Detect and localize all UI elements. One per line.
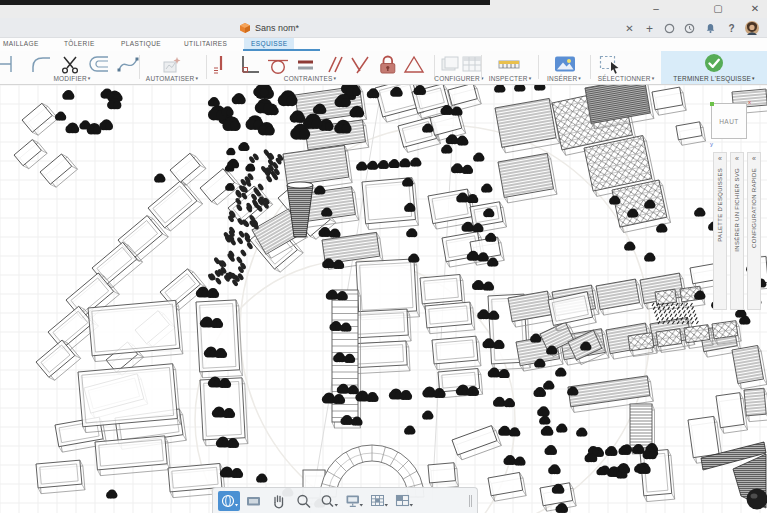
tangent-icon[interactable] [266,54,290,74]
inspecter-menu[interactable]: INSPECTER▾ [489,75,532,82]
background-window-strip [0,0,490,5]
divider [481,55,482,79]
insert-image-icon[interactable] [553,54,577,74]
fit-button[interactable] [318,491,340,511]
divider [206,55,207,79]
offset-icon[interactable] [88,54,112,74]
parallel-icon[interactable] [322,54,346,74]
finish-sketch-label: TERMINER L'ESQUISSE▾ [673,75,754,82]
minimize-button[interactable]: – [648,1,664,16]
viewports-icon [394,492,414,510]
panel-tab-sketch-palette[interactable]: « PALETTE D'ESQUISSES [713,152,727,310]
notifications-icon[interactable] [703,21,718,36]
sketch-dimension-icon[interactable] [0,54,15,74]
perpendicular-icon[interactable] [238,54,262,74]
panel-tab-quick-setup[interactable]: « CONFIGURATION RAPIDE [747,152,761,310]
display-settings-icon [344,492,364,510]
orbit-icon [219,492,239,510]
vertical-constraint-icon[interactable] [210,54,234,74]
divider [590,55,591,79]
measure-icon[interactable] [497,54,521,74]
maximize-button[interactable]: ▢ [710,1,726,16]
fillet-icon[interactable] [30,54,54,74]
close-button[interactable]: ✕ [747,1,763,16]
tab-plastique[interactable]: PLASTIQUE [121,40,161,47]
spline-icon[interactable] [116,54,140,74]
tab-tolerie[interactable]: TÔLERIE [64,40,95,47]
viewcube-face-top: HAUT [719,118,739,125]
panel-label: CONFIGURATION RAPIDE [751,168,757,248]
tab-utilitaires[interactable]: UTILITAIRES [184,40,227,47]
panel-label: PALETTE D'ESQUISSES [717,168,723,242]
fit-icon [319,492,339,510]
zoom-icon [294,492,314,510]
zoom-button[interactable] [293,491,315,511]
look-at-icon [244,492,264,510]
job-status-icon[interactable] [662,21,677,36]
automate-icon[interactable] [160,54,184,74]
fix-lock-icon[interactable] [376,54,400,74]
equal-icon[interactable] [294,54,318,74]
finish-sketch-button[interactable]: TERMINER L'ESQUISSE▾ [661,51,767,84]
tab-maillage[interactable]: MAILLAGE [3,40,39,47]
selectionner-menu[interactable]: SÉLECTIONNER▾ [598,75,655,82]
help-button[interactable]: ? [724,21,739,36]
viewcube-axis-dot [710,102,714,106]
recent-activity-icon[interactable] [682,21,697,36]
finish-sketch-icon [704,53,724,77]
document-tab[interactable]: Sans nom* [232,18,307,38]
close-tab-button[interactable]: ✕ [622,21,637,36]
document-title: Sans nom* [255,23,299,33]
collapse-icon: « [752,155,756,163]
new-tab-button[interactable]: + [642,21,657,36]
configurer-menu[interactable]: CONFIGURER▾ [434,75,483,82]
collapse-icon: « [735,155,739,163]
look-at-button[interactable] [243,491,265,511]
orbit-button[interactable] [218,491,240,511]
viewcube-axis-y: y [710,141,713,147]
trim-icon[interactable] [58,54,82,74]
divider [538,55,539,79]
ribbon-menu: MAILLAGE TÔLERIE PLASTIQUE UTILITAIRES E… [0,38,767,51]
contraintes-menu[interactable]: CONTRAINTES▾ [284,75,337,82]
automatiser-menu[interactable]: AUTOMATISER▾ [146,75,198,82]
inserer-menu[interactable]: INSÉRER▾ [547,75,581,82]
sketch-viewport[interactable] [0,85,767,513]
divider [139,55,140,79]
modifier-menu[interactable]: MODIFIER▾ [53,75,90,82]
window-titlebar: – ▢ ✕ [0,0,767,18]
configuration-icon[interactable] [438,54,462,74]
pan-hand-icon [269,492,289,510]
select-window-icon[interactable] [598,54,622,74]
fusion-document-icon [240,23,250,33]
panel-label: INSÉRER UN FICHIER SVG [734,168,740,252]
viewcube[interactable]: HAUT x y [711,103,747,139]
document-tabstrip: Sans nom* ✕ + ? [0,18,767,38]
sketch-toolbar: MODIFIER▾ AUTOMATISER▾ CONTRAINTES▾ CONF… [0,51,767,85]
collapse-icon: « [718,155,722,163]
polygon-icon[interactable] [402,54,426,74]
viewcube-axis-x: x [748,99,751,105]
panel-tab-insert-svg[interactable]: « INSÉRER UN FICHIER SVG [730,152,744,310]
coincident-icon[interactable] [348,54,372,74]
navigation-bar [212,487,478,513]
grid-snaps-icon [369,492,389,510]
sketch-canvas[interactable] [0,85,767,513]
grid-snaps-button[interactable] [368,491,390,511]
pan-button[interactable] [268,491,290,511]
viewports-button[interactable] [393,491,415,511]
navbar-handle[interactable] [469,495,472,507]
display-settings-button[interactable] [343,491,365,511]
avatar[interactable] [745,21,759,39]
